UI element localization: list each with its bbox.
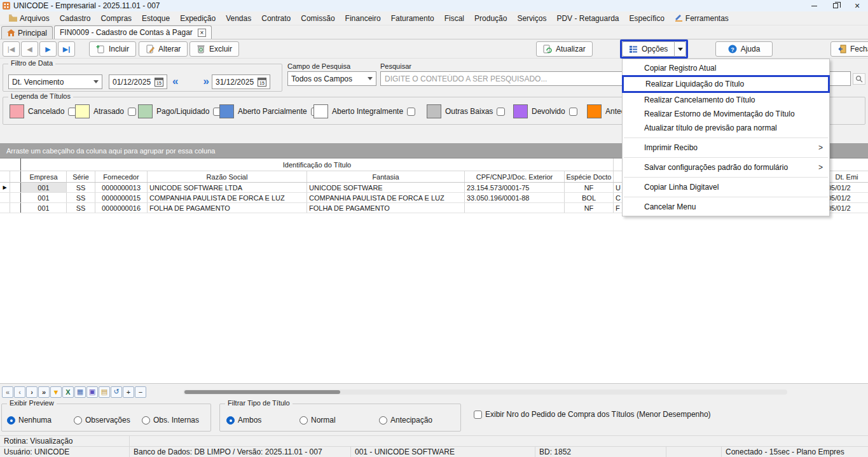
- col-empresa[interactable]: Empresa: [21, 171, 67, 182]
- scrollbar-thumb[interactable]: [184, 390, 340, 394]
- open-layout-icon[interactable]: ▤: [99, 386, 110, 398]
- cell-fornecedor[interactable]: 0000000016: [95, 203, 148, 213]
- tab-principal[interactable]: Principal: [1, 26, 53, 39]
- undo-icon[interactable]: ↺: [111, 386, 122, 398]
- record-first-button[interactable]: |◀: [3, 41, 20, 57]
- atualizar-button[interactable]: Atualizar: [536, 41, 593, 57]
- calendar-icon[interactable]: [258, 78, 266, 87]
- col-dt-emi[interactable]: Dt. Emi: [825, 171, 868, 182]
- record-last-button[interactable]: ▶|: [58, 41, 75, 57]
- radio-nenhuma[interactable]: Nenhuma: [7, 416, 52, 425]
- cell-serie[interactable]: SS: [67, 193, 95, 202]
- legend-checkbox[interactable]: [407, 108, 415, 116]
- collapse-icon[interactable]: −: [135, 386, 146, 398]
- cell-cpf-cnpj[interactable]: 33.050.196/0001-88: [465, 193, 565, 202]
- cell-empresa[interactable]: 001: [21, 193, 67, 202]
- cell-razao-social[interactable]: FOLHA DE PAGAMENTO: [148, 203, 307, 213]
- menu-item-cancelar-menu[interactable]: Cancelar Menu: [623, 200, 829, 214]
- ajuda-button[interactable]: ? Ajuda: [715, 41, 773, 57]
- menu-cadastro[interactable]: Cadastro: [55, 13, 96, 24]
- legend-checkbox[interactable]: [569, 108, 577, 116]
- menu-vendas[interactable]: Vendas: [221, 13, 256, 24]
- nav-next-icon[interactable]: ›: [26, 386, 38, 398]
- tab-fin0009[interactable]: FIN0009 - Cadastro de Contas à Pagar ×: [54, 25, 212, 39]
- menu-item-copiar-registro[interactable]: Copiar Registro Atual: [623, 61, 829, 75]
- close-button[interactable]: ×: [846, 0, 868, 11]
- cell-especie[interactable]: BOL: [565, 193, 614, 202]
- tree-view-icon[interactable]: ▦: [74, 386, 86, 398]
- radio-observacoes[interactable]: Observações: [74, 416, 130, 425]
- legend-checkbox[interactable]: [128, 108, 136, 116]
- filter-funnel-icon[interactable]: ▼: [50, 386, 62, 398]
- menu-pdv-retaguarda[interactable]: PDV - Retaguarda: [551, 13, 624, 24]
- cell-serie[interactable]: SS: [67, 203, 95, 213]
- incluir-button[interactable]: Incluir: [89, 41, 136, 57]
- calendar-icon[interactable]: [155, 78, 163, 87]
- radio-antecipacao[interactable]: Antecipação: [379, 416, 432, 425]
- alterar-button[interactable]: Alterar: [139, 41, 188, 57]
- col-serie[interactable]: Série: [67, 171, 95, 182]
- cell-fornecedor[interactable]: 0000000013: [95, 183, 148, 192]
- cell-razao-social[interactable]: COMPANHIA PAULISTA DE FORCA E LUZ: [148, 193, 307, 202]
- menu-ferramentas[interactable]: Ferramentas: [670, 13, 734, 24]
- cell-empresa[interactable]: 001: [21, 203, 67, 213]
- col-fornecedor[interactable]: Fornecedor: [95, 171, 148, 182]
- cell-empresa[interactable]: 001: [21, 183, 67, 192]
- radio-ambos[interactable]: Ambos: [226, 416, 261, 425]
- cell-cpf-cnpj[interactable]: 23.154.573/0001-75: [465, 183, 565, 192]
- fechar-button[interactable]: Fechar: [830, 41, 868, 57]
- record-prev-button[interactable]: ◀: [21, 41, 38, 57]
- tab-close-icon[interactable]: ×: [198, 29, 206, 37]
- cell-cpf-cnpj[interactable]: [465, 203, 565, 213]
- export-excel-icon[interactable]: X: [62, 386, 74, 398]
- col-especie-docto[interactable]: Espécie Docto: [565, 171, 614, 182]
- nav-first-icon[interactable]: «: [2, 386, 13, 398]
- cell-fornecedor[interactable]: 0000000015: [95, 193, 148, 202]
- col-cpf-cnpj[interactable]: CPF/CNPJ/Doc. Exterior: [465, 171, 565, 182]
- col-razao-social[interactable]: Razão Social: [148, 171, 307, 182]
- menu-producao[interactable]: Produção: [469, 13, 512, 24]
- cell-fantasia[interactable]: UNICODE SOFTWARE: [307, 183, 465, 192]
- cell-dt-emi[interactable]: 05/01/2: [825, 203, 868, 213]
- restore-button[interactable]: [825, 0, 846, 11]
- radio-obs-internas[interactable]: Obs. Internas: [142, 416, 199, 425]
- record-next-button[interactable]: ▶: [39, 41, 57, 57]
- col-fantasia[interactable]: Fantasia: [307, 171, 465, 182]
- date-field-select[interactable]: Dt. Vencimento: [8, 74, 102, 89]
- cell-especie[interactable]: NF: [565, 203, 614, 213]
- menu-item-realizar-cancelamento[interactable]: Realizar Cancelamento do Título: [623, 93, 829, 107]
- expand-icon[interactable]: +: [123, 386, 134, 398]
- horizontal-scrollbar[interactable]: [183, 390, 787, 395]
- menu-financeiro[interactable]: Financeiro: [340, 13, 386, 24]
- date-to-input[interactable]: 31/12/2025: [212, 74, 270, 89]
- menu-estoque[interactable]: Estoque: [137, 13, 175, 24]
- menu-especifico[interactable]: Específico: [624, 13, 669, 24]
- menu-arquivos[interactable]: Arquivos: [4, 13, 55, 24]
- cell-razao-social[interactable]: UNICODE SOFTWARE LTDA: [148, 183, 307, 192]
- cell-fantasia[interactable]: FOLHA DE PAGAMENTO: [307, 203, 465, 213]
- cell-dt-emi[interactable]: 05/01/2: [825, 183, 868, 192]
- radio-normal[interactable]: Normal: [300, 416, 336, 425]
- nav-prev-icon[interactable]: ‹: [14, 386, 25, 398]
- menu-comissao[interactable]: Comissão: [296, 13, 340, 24]
- legend-checkbox[interactable]: [497, 108, 505, 116]
- cell-especie[interactable]: NF: [565, 183, 614, 192]
- opcoes-dropdown-arrow[interactable]: [674, 41, 686, 57]
- nav-last-icon[interactable]: »: [38, 386, 50, 398]
- menu-item-atualizar-titulo[interactable]: Atualizar título de previsão para normal: [623, 121, 829, 135]
- menu-item-imprimir-recibo[interactable]: Imprimir Recibo>: [623, 141, 829, 155]
- menu-contrato[interactable]: Contrato: [256, 13, 296, 24]
- menu-item-copiar-linha-digitavel[interactable]: Copiar Linha Digitavel: [623, 180, 829, 194]
- cell-serie[interactable]: SS: [67, 183, 95, 192]
- excluir-button[interactable]: Excluir: [189, 41, 239, 57]
- cell-dt-emi[interactable]: 05/01/2: [825, 193, 868, 202]
- menu-faturamento[interactable]: Faturamento: [386, 13, 439, 24]
- menu-item-salvar-configuracoes[interactable]: Salvar configurações padrão do formulári…: [623, 160, 829, 174]
- pedido-compra-checkbox[interactable]: Exibir Nro do Pedido de Compra dos Títul…: [474, 410, 711, 419]
- opcoes-button[interactable]: Opções: [622, 41, 674, 57]
- menu-servicos[interactable]: Serviços: [512, 13, 551, 24]
- minimize-button[interactable]: [803, 0, 825, 11]
- date-from-input[interactable]: 01/12/2025: [109, 74, 167, 89]
- save-layout-icon[interactable]: ▣: [86, 386, 98, 398]
- prev-period-icon[interactable]: «: [172, 74, 178, 88]
